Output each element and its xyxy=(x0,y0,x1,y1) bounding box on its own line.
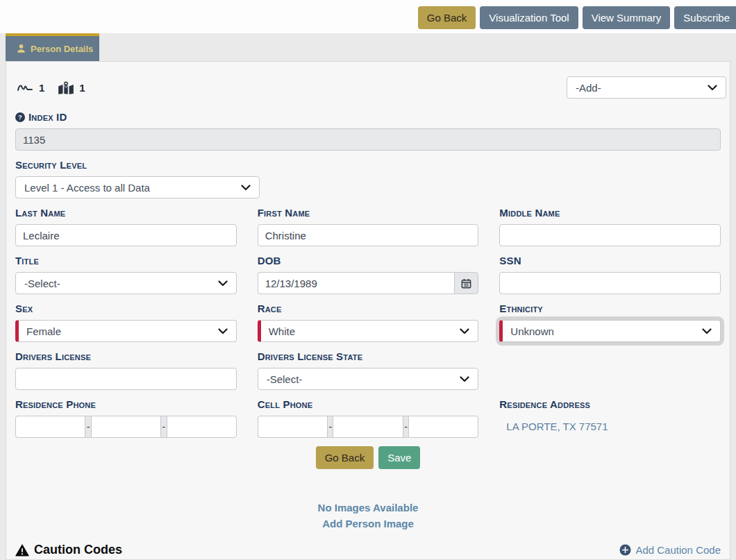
plus-circle-icon xyxy=(619,544,631,556)
record-stats: 1 1 xyxy=(10,81,85,94)
last-name-input[interactable] xyxy=(15,224,237,246)
caution-codes-header: Caution Codes Add Caution Code xyxy=(15,543,721,560)
chevron-down-icon xyxy=(241,185,251,191)
view-summary-button[interactable]: View Summary xyxy=(583,6,671,29)
first-name-input[interactable] xyxy=(258,224,479,246)
index-id-label: ? Index ID xyxy=(15,111,721,123)
subscribe-button[interactable]: Subscribe xyxy=(674,6,736,29)
cell-phone-part2[interactable] xyxy=(333,416,402,438)
signature-stat: 1 xyxy=(17,82,44,94)
ssn-label: SSN xyxy=(499,255,721,266)
cell-phone-part3[interactable] xyxy=(408,416,478,438)
caution-codes-title: Caution Codes xyxy=(34,543,122,557)
drivers-license-state-label: Drivers License State xyxy=(258,350,479,362)
visualization-tool-button[interactable]: Visualization Tool xyxy=(480,6,578,29)
phone-separator: - xyxy=(327,416,333,438)
dob-label: DOB xyxy=(258,255,479,266)
sex-label: Sex xyxy=(15,303,237,314)
chevron-down-icon xyxy=(702,328,712,334)
add-person-image-link[interactable]: Add Person Image xyxy=(322,516,414,532)
phone-separator: - xyxy=(85,416,90,438)
residence-address-value: LA PORTE, TX 77571 xyxy=(499,416,721,432)
cell-phone-part1[interactable] xyxy=(258,416,327,438)
race-value: White xyxy=(269,325,295,337)
phone-separator: - xyxy=(403,416,408,438)
save-button[interactable]: Save xyxy=(378,446,420,469)
svg-text:?: ? xyxy=(18,113,22,121)
middle-name-input[interactable] xyxy=(499,224,721,246)
no-images-text: No Images Available xyxy=(10,500,726,516)
chevron-down-icon xyxy=(218,328,228,334)
residence-phone-part2[interactable] xyxy=(91,416,160,438)
add-caution-code-link[interactable]: Add Caution Code xyxy=(619,544,721,556)
ethnicity-select[interactable]: Unknown xyxy=(499,320,721,342)
calendar-button[interactable] xyxy=(454,272,478,294)
drivers-license-state-value: -Select- xyxy=(267,373,303,385)
ssn-input[interactable] xyxy=(499,272,721,294)
signature-count: 1 xyxy=(39,82,44,94)
drivers-license-label: Drivers License xyxy=(15,350,237,362)
calendar-icon xyxy=(461,278,471,289)
middle-name-label: Middle Name xyxy=(499,207,721,219)
tab-bar: Person Details xyxy=(0,33,736,61)
race-select[interactable]: White xyxy=(258,320,479,342)
person-icon xyxy=(17,44,26,53)
tab-label: Person Details xyxy=(31,44,93,54)
add-dropdown[interactable]: -Add- xyxy=(567,76,726,99)
cell-phone-label: Cell Phone xyxy=(258,398,479,410)
chevron-down-icon xyxy=(460,376,469,382)
drivers-license-state-select[interactable]: -Select- xyxy=(258,368,479,390)
security-level-select[interactable]: Level 1 - Access to all Data xyxy=(15,176,260,198)
title-select[interactable]: -Select- xyxy=(15,272,237,294)
signature-icon xyxy=(17,82,33,93)
form-go-back-button[interactable]: Go Back xyxy=(316,446,374,469)
chevron-down-icon xyxy=(218,280,228,287)
security-level-value: Level 1 - Access to all Data xyxy=(24,182,150,194)
tab-person-details[interactable]: Person Details xyxy=(6,33,99,61)
residence-phone-part1[interactable] xyxy=(15,416,85,438)
person-details-panel: 1 1 -Add- xyxy=(6,61,730,560)
race-label: Race xyxy=(258,303,479,314)
title-label: Title xyxy=(15,255,237,266)
sex-value: Female xyxy=(26,325,61,337)
ethnicity-label: Ethnicity xyxy=(499,303,721,314)
last-name-label: Last Name xyxy=(15,207,237,219)
header-go-back-button[interactable]: Go Back xyxy=(418,6,476,29)
location-stat: 1 xyxy=(58,81,85,94)
chevron-down-icon xyxy=(708,85,717,91)
security-level-label: Security Level xyxy=(15,159,721,171)
drivers-license-input[interactable] xyxy=(15,368,237,390)
sex-select[interactable]: Female xyxy=(15,320,237,342)
map-marked-icon xyxy=(58,81,74,94)
warning-icon xyxy=(15,544,29,557)
chevron-down-icon xyxy=(460,328,469,334)
first-name-label: First Name xyxy=(258,207,479,219)
add-dropdown-value: -Add- xyxy=(576,82,601,94)
residence-phone-part3[interactable] xyxy=(167,416,237,438)
phone-separator: - xyxy=(160,416,166,438)
ethnicity-value: Unknown xyxy=(510,325,554,337)
index-id-input xyxy=(15,128,721,151)
add-caution-code-label: Add Caution Code xyxy=(635,544,721,556)
top-header: Go Back Visualization Tool View Summary … xyxy=(0,0,736,33)
dob-input[interactable] xyxy=(258,272,454,294)
location-count: 1 xyxy=(79,82,85,94)
help-icon[interactable]: ? xyxy=(15,112,25,122)
title-value: -Select- xyxy=(24,278,60,289)
residence-phone-label: Residence Phone xyxy=(15,398,237,410)
residence-address-label: Residence Address xyxy=(499,398,721,410)
